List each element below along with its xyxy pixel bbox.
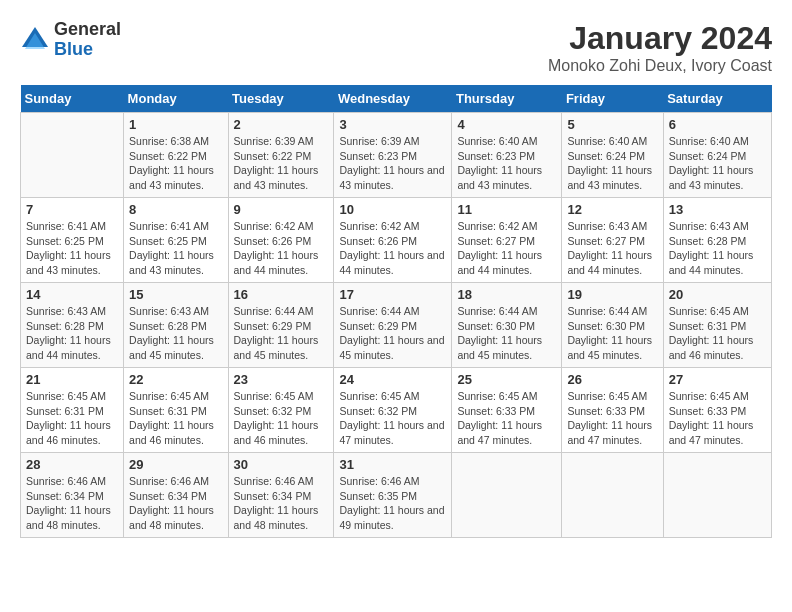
day-cell: 4Sunrise: 6:40 AMSunset: 6:23 PMDaylight… — [452, 113, 562, 198]
header-saturday: Saturday — [663, 85, 771, 113]
day-detail: Sunrise: 6:45 AMSunset: 6:31 PMDaylight:… — [129, 389, 222, 448]
day-number: 27 — [669, 372, 766, 387]
day-detail: Sunrise: 6:44 AMSunset: 6:29 PMDaylight:… — [234, 304, 329, 363]
page-header: General Blue January 2024 Monoko Zohi De… — [20, 20, 772, 75]
day-number: 21 — [26, 372, 118, 387]
day-cell: 30Sunrise: 6:46 AMSunset: 6:34 PMDayligh… — [228, 453, 334, 538]
day-cell: 5Sunrise: 6:40 AMSunset: 6:24 PMDaylight… — [562, 113, 663, 198]
day-number: 26 — [567, 372, 657, 387]
day-detail: Sunrise: 6:46 AMSunset: 6:34 PMDaylight:… — [26, 474, 118, 533]
title-block: January 2024 Monoko Zohi Deux, Ivory Coa… — [548, 20, 772, 75]
day-number: 14 — [26, 287, 118, 302]
day-detail: Sunrise: 6:41 AMSunset: 6:25 PMDaylight:… — [129, 219, 222, 278]
day-number: 18 — [457, 287, 556, 302]
day-number: 3 — [339, 117, 446, 132]
day-detail: Sunrise: 6:43 AMSunset: 6:27 PMDaylight:… — [567, 219, 657, 278]
day-number: 13 — [669, 202, 766, 217]
day-number: 8 — [129, 202, 222, 217]
day-cell: 28Sunrise: 6:46 AMSunset: 6:34 PMDayligh… — [21, 453, 124, 538]
day-cell: 2Sunrise: 6:39 AMSunset: 6:22 PMDaylight… — [228, 113, 334, 198]
day-detail: Sunrise: 6:46 AMSunset: 6:35 PMDaylight:… — [339, 474, 446, 533]
day-cell: 1Sunrise: 6:38 AMSunset: 6:22 PMDaylight… — [124, 113, 228, 198]
day-detail: Sunrise: 6:45 AMSunset: 6:33 PMDaylight:… — [567, 389, 657, 448]
day-number: 12 — [567, 202, 657, 217]
day-number: 29 — [129, 457, 222, 472]
calendar-table: SundayMondayTuesdayWednesdayThursdayFrid… — [20, 85, 772, 538]
day-cell: 12Sunrise: 6:43 AMSunset: 6:27 PMDayligh… — [562, 198, 663, 283]
day-number: 28 — [26, 457, 118, 472]
day-number: 17 — [339, 287, 446, 302]
day-cell: 14Sunrise: 6:43 AMSunset: 6:28 PMDayligh… — [21, 283, 124, 368]
day-detail: Sunrise: 6:45 AMSunset: 6:31 PMDaylight:… — [26, 389, 118, 448]
day-detail: Sunrise: 6:41 AMSunset: 6:25 PMDaylight:… — [26, 219, 118, 278]
day-detail: Sunrise: 6:42 AMSunset: 6:26 PMDaylight:… — [339, 219, 446, 278]
day-cell — [21, 113, 124, 198]
header-thursday: Thursday — [452, 85, 562, 113]
day-cell: 8Sunrise: 6:41 AMSunset: 6:25 PMDaylight… — [124, 198, 228, 283]
week-row-4: 21Sunrise: 6:45 AMSunset: 6:31 PMDayligh… — [21, 368, 772, 453]
day-number: 10 — [339, 202, 446, 217]
day-number: 6 — [669, 117, 766, 132]
header-friday: Friday — [562, 85, 663, 113]
day-cell: 27Sunrise: 6:45 AMSunset: 6:33 PMDayligh… — [663, 368, 771, 453]
day-number: 23 — [234, 372, 329, 387]
day-detail: Sunrise: 6:44 AMSunset: 6:30 PMDaylight:… — [567, 304, 657, 363]
day-detail: Sunrise: 6:43 AMSunset: 6:28 PMDaylight:… — [129, 304, 222, 363]
week-row-3: 14Sunrise: 6:43 AMSunset: 6:28 PMDayligh… — [21, 283, 772, 368]
day-cell: 3Sunrise: 6:39 AMSunset: 6:23 PMDaylight… — [334, 113, 452, 198]
day-cell: 17Sunrise: 6:44 AMSunset: 6:29 PMDayligh… — [334, 283, 452, 368]
day-cell: 31Sunrise: 6:46 AMSunset: 6:35 PMDayligh… — [334, 453, 452, 538]
day-cell: 20Sunrise: 6:45 AMSunset: 6:31 PMDayligh… — [663, 283, 771, 368]
day-number: 11 — [457, 202, 556, 217]
week-row-1: 1Sunrise: 6:38 AMSunset: 6:22 PMDaylight… — [21, 113, 772, 198]
day-cell — [663, 453, 771, 538]
day-number: 9 — [234, 202, 329, 217]
day-number: 16 — [234, 287, 329, 302]
day-cell: 15Sunrise: 6:43 AMSunset: 6:28 PMDayligh… — [124, 283, 228, 368]
day-number: 31 — [339, 457, 446, 472]
day-detail: Sunrise: 6:42 AMSunset: 6:26 PMDaylight:… — [234, 219, 329, 278]
day-cell: 6Sunrise: 6:40 AMSunset: 6:24 PMDaylight… — [663, 113, 771, 198]
day-number: 20 — [669, 287, 766, 302]
header-sunday: Sunday — [21, 85, 124, 113]
day-number: 30 — [234, 457, 329, 472]
calendar-header-row: SundayMondayTuesdayWednesdayThursdayFrid… — [21, 85, 772, 113]
day-number: 1 — [129, 117, 222, 132]
day-number: 25 — [457, 372, 556, 387]
day-cell — [562, 453, 663, 538]
day-cell: 25Sunrise: 6:45 AMSunset: 6:33 PMDayligh… — [452, 368, 562, 453]
day-detail: Sunrise: 6:45 AMSunset: 6:31 PMDaylight:… — [669, 304, 766, 363]
day-number: 15 — [129, 287, 222, 302]
day-cell: 18Sunrise: 6:44 AMSunset: 6:30 PMDayligh… — [452, 283, 562, 368]
day-detail: Sunrise: 6:45 AMSunset: 6:33 PMDaylight:… — [457, 389, 556, 448]
logo-general: General — [54, 20, 121, 40]
day-detail: Sunrise: 6:45 AMSunset: 6:32 PMDaylight:… — [339, 389, 446, 448]
day-cell: 22Sunrise: 6:45 AMSunset: 6:31 PMDayligh… — [124, 368, 228, 453]
day-detail: Sunrise: 6:40 AMSunset: 6:23 PMDaylight:… — [457, 134, 556, 193]
header-wednesday: Wednesday — [334, 85, 452, 113]
day-detail: Sunrise: 6:43 AMSunset: 6:28 PMDaylight:… — [26, 304, 118, 363]
day-detail: Sunrise: 6:46 AMSunset: 6:34 PMDaylight:… — [234, 474, 329, 533]
header-tuesday: Tuesday — [228, 85, 334, 113]
header-monday: Monday — [124, 85, 228, 113]
day-number: 24 — [339, 372, 446, 387]
day-detail: Sunrise: 6:40 AMSunset: 6:24 PMDaylight:… — [567, 134, 657, 193]
day-detail: Sunrise: 6:42 AMSunset: 6:27 PMDaylight:… — [457, 219, 556, 278]
day-cell: 10Sunrise: 6:42 AMSunset: 6:26 PMDayligh… — [334, 198, 452, 283]
week-row-5: 28Sunrise: 6:46 AMSunset: 6:34 PMDayligh… — [21, 453, 772, 538]
logo-icon — [20, 25, 50, 55]
logo-blue: Blue — [54, 40, 121, 60]
day-cell — [452, 453, 562, 538]
day-detail: Sunrise: 6:44 AMSunset: 6:29 PMDaylight:… — [339, 304, 446, 363]
day-cell: 13Sunrise: 6:43 AMSunset: 6:28 PMDayligh… — [663, 198, 771, 283]
day-detail: Sunrise: 6:45 AMSunset: 6:33 PMDaylight:… — [669, 389, 766, 448]
day-detail: Sunrise: 6:39 AMSunset: 6:22 PMDaylight:… — [234, 134, 329, 193]
day-cell: 23Sunrise: 6:45 AMSunset: 6:32 PMDayligh… — [228, 368, 334, 453]
logo: General Blue — [20, 20, 121, 60]
day-detail: Sunrise: 6:43 AMSunset: 6:28 PMDaylight:… — [669, 219, 766, 278]
day-detail: Sunrise: 6:39 AMSunset: 6:23 PMDaylight:… — [339, 134, 446, 193]
day-cell: 29Sunrise: 6:46 AMSunset: 6:34 PMDayligh… — [124, 453, 228, 538]
day-cell: 16Sunrise: 6:44 AMSunset: 6:29 PMDayligh… — [228, 283, 334, 368]
day-cell: 24Sunrise: 6:45 AMSunset: 6:32 PMDayligh… — [334, 368, 452, 453]
day-number: 7 — [26, 202, 118, 217]
